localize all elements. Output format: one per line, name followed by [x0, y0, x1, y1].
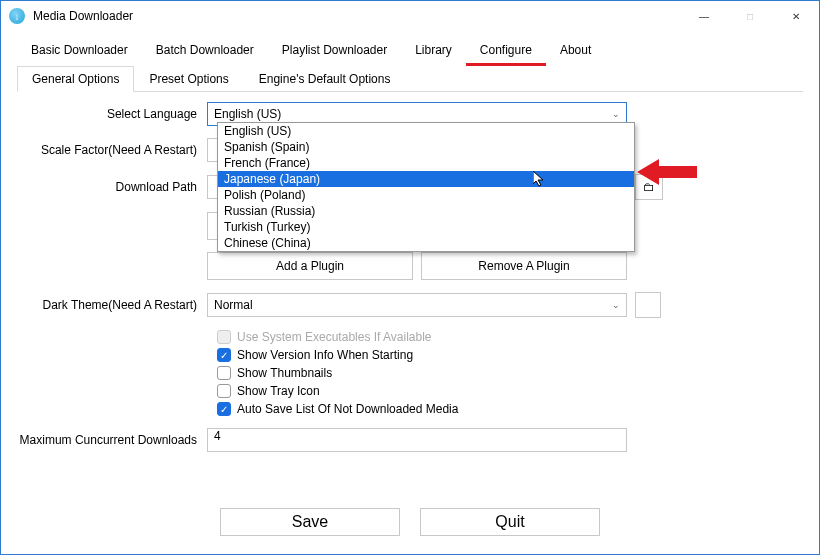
quit-button[interactable]: Quit [420, 508, 600, 536]
main-tabs: Basic Downloader Batch Downloader Playli… [1, 31, 819, 66]
dark-theme-value: Normal [214, 298, 253, 312]
checkbox-list: Use System Executables If Available ✓ Sh… [217, 330, 803, 416]
bottom-buttons: Save Quit [1, 508, 819, 536]
app-window: ↓ Media Downloader — □ ✕ Basic Downloade… [0, 0, 820, 555]
window-title: Media Downloader [33, 9, 133, 23]
tab-preset-options[interactable]: Preset Options [134, 66, 243, 91]
tab-library[interactable]: Library [401, 39, 466, 66]
remove-plugin-button[interactable]: Remove A Plugin [421, 252, 627, 280]
titlebar: ↓ Media Downloader — □ ✕ [1, 1, 819, 31]
checkbox-show-tray[interactable] [217, 384, 231, 398]
language-dropdown[interactable]: English (US) Spanish (Spain) French (Fra… [217, 122, 635, 252]
tab-batch-downloader[interactable]: Batch Downloader [142, 39, 268, 66]
language-select-value: English (US) [214, 107, 281, 121]
checkbox-use-system-label: Use System Executables If Available [237, 330, 432, 344]
close-button[interactable]: ✕ [773, 1, 819, 31]
language-label: Select Language [17, 107, 207, 121]
checkbox-show-thumbnails-label: Show Thumbnails [237, 366, 332, 380]
checkbox-show-version-label: Show Version Info When Starting [237, 348, 413, 362]
download-path-label: Download Path [17, 180, 207, 194]
language-option[interactable]: French (France) [218, 155, 634, 171]
language-option[interactable]: Turkish (Turkey) [218, 219, 634, 235]
checkbox-show-thumbnails[interactable] [217, 366, 231, 380]
language-option[interactable]: English (US) [218, 123, 634, 139]
tab-about[interactable]: About [546, 39, 605, 66]
checkbox-auto-save-label: Auto Save List Of Not Downloaded Media [237, 402, 458, 416]
scale-factor-label: Scale Factor(Need A Restart) [17, 143, 207, 157]
svg-marker-0 [637, 159, 697, 185]
chevron-down-icon: ⌄ [612, 109, 620, 119]
dark-theme-preview-box [635, 292, 661, 318]
max-concurrent-input[interactable]: 4 [207, 428, 627, 452]
checkbox-use-system[interactable] [217, 330, 231, 344]
tab-configure[interactable]: Configure [466, 39, 546, 66]
checkbox-show-tray-label: Show Tray Icon [237, 384, 320, 398]
dark-theme-label: Dark Theme(Need A Restart) [17, 298, 207, 312]
save-button[interactable]: Save [220, 508, 400, 536]
tab-basic-downloader[interactable]: Basic Downloader [17, 39, 142, 66]
checkbox-show-version[interactable]: ✓ [217, 348, 231, 362]
tab-playlist-downloader[interactable]: Playlist Downloader [268, 39, 401, 66]
add-plugin-button[interactable]: Add a Plugin [207, 252, 413, 280]
language-option[interactable]: Russian (Russia) [218, 203, 634, 219]
max-concurrent-label: Maximum Cuncurrent Downloads [17, 433, 207, 447]
app-icon: ↓ [9, 8, 25, 24]
svg-marker-1 [533, 171, 543, 186]
chevron-down-icon: ⌄ [612, 300, 620, 310]
language-option[interactable]: Chinese (China) [218, 235, 634, 251]
annotation-arrow [637, 157, 697, 187]
window-controls: — □ ✕ [681, 1, 819, 31]
maximize-button[interactable]: □ [727, 1, 773, 31]
language-option[interactable]: Spanish (Spain) [218, 139, 634, 155]
tab-general-options[interactable]: General Options [17, 66, 134, 92]
cursor-icon [533, 171, 549, 190]
minimize-button[interactable]: — [681, 1, 727, 31]
language-option-highlighted[interactable]: Japanese (Japan) [218, 171, 634, 187]
sub-tabs: General Options Preset Options Engine's … [17, 66, 803, 92]
tab-engine-default-options[interactable]: Engine's Default Options [244, 66, 406, 91]
checkbox-auto-save[interactable]: ✓ [217, 402, 231, 416]
language-option[interactable]: Polish (Poland) [218, 187, 634, 203]
dark-theme-select[interactable]: Normal ⌄ [207, 293, 627, 317]
